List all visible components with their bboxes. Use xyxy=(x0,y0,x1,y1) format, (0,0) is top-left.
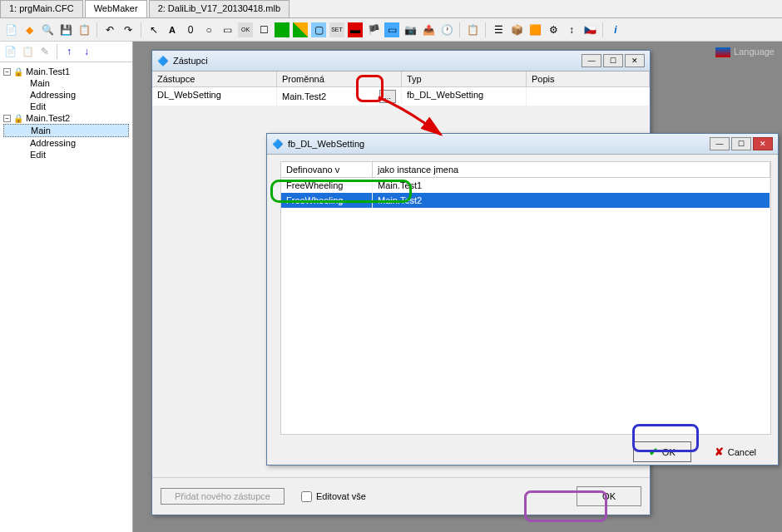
grid-header: Zástupce Proměnná Typ Popis xyxy=(152,71,650,87)
separator xyxy=(57,44,57,59)
gear-icon[interactable]: ⚙ xyxy=(546,22,561,37)
edit-all-checkbox-wrap[interactable]: Editovat vše xyxy=(301,491,366,502)
maximize-button[interactable]: ☐ xyxy=(603,54,623,67)
add-new-button[interactable]: Přidat nového zástupce xyxy=(161,488,285,505)
ok-button[interactable]: OK xyxy=(577,486,641,506)
tree-node-test2[interactable]: − 🔒 Main.Test2 xyxy=(3,112,129,124)
redo-icon[interactable]: ↷ xyxy=(121,22,136,37)
box3d2-icon[interactable]: 🟧 xyxy=(527,22,542,37)
xml2-icon[interactable]: ◆ xyxy=(22,22,37,37)
green-box-icon[interactable] xyxy=(275,22,290,37)
box3d-icon[interactable]: 📦 xyxy=(509,22,524,37)
save-icon[interactable]: 💾 xyxy=(58,22,73,37)
doc-icon[interactable]: 📋 xyxy=(77,22,92,37)
tree-node-main[interactable]: Main xyxy=(3,77,129,89)
col-promenna[interactable]: Proměnná xyxy=(277,71,402,86)
rect-icon[interactable]: ▭ xyxy=(220,22,235,37)
window-icon: 🔷 xyxy=(157,56,169,66)
flag-uk-icon[interactable] xyxy=(715,47,731,58)
layers-icon[interactable]: ☰ xyxy=(491,22,506,37)
down-arrow-icon[interactable]: ↓ xyxy=(79,44,94,59)
window-icon: 🔷 xyxy=(272,139,284,150)
ok-box-icon[interactable]: OK xyxy=(238,22,253,37)
separator xyxy=(97,22,97,37)
title-bar[interactable]: 🔷 fb_DL_WebSetting — ☐ ✕ xyxy=(267,134,778,155)
cell: FreeWheeling xyxy=(281,178,373,193)
bottom-bar: Přidat nového zástupce Editovat vše OK xyxy=(152,477,650,515)
cell-promenna: Main.Test2 ... xyxy=(277,87,402,106)
edit-all-checkbox[interactable] xyxy=(301,491,312,502)
title-bar[interactable]: 🔷 Zástupci — ☐ ✕ xyxy=(152,51,650,71)
col-popis[interactable]: Popis xyxy=(527,71,650,86)
col-definovano[interactable]: Definovano v xyxy=(281,162,373,177)
tree-node-addressing2[interactable]: Addressing xyxy=(3,137,129,149)
text-A-icon[interactable]: A xyxy=(165,22,180,37)
sort-icon[interactable]: ↕ xyxy=(564,22,579,37)
xml-icon[interactable]: 📄 xyxy=(3,22,18,37)
red-box-icon[interactable]: ▬ xyxy=(348,22,363,37)
language-text: Language xyxy=(734,47,775,57)
side-toolbar: 📄 📋 ✎ ↑ ↓ xyxy=(0,42,132,62)
edit-icon[interactable]: ✎ xyxy=(37,44,52,59)
tree-label: Edit xyxy=(30,150,46,160)
up-arrow-icon[interactable]: ↑ xyxy=(62,44,77,59)
close-button[interactable]: ✕ xyxy=(753,137,773,150)
clock-icon[interactable]: 🕐 xyxy=(439,22,454,37)
grid-row-selected[interactable]: FreeWheeling Main.Test2 xyxy=(281,193,770,208)
tree-node-addressing[interactable]: Addressing xyxy=(3,89,129,101)
grid-row[interactable]: DL_WebSetting Main.Test2 ... fb_DL_WebSe… xyxy=(152,87,650,106)
tree-label: Main xyxy=(30,78,50,88)
set-icon[interactable]: SET xyxy=(329,22,344,37)
zero-icon[interactable]: 0 xyxy=(183,22,198,37)
flag-icon[interactable]: 🏴 xyxy=(366,22,381,37)
tree-label: Addressing xyxy=(30,138,76,148)
minimize-button[interactable]: — xyxy=(710,137,730,150)
tree-label: Main.Test2 xyxy=(26,113,70,123)
info-icon[interactable]: i xyxy=(608,22,623,37)
image-icon[interactable]: ▢ xyxy=(311,22,326,37)
grid-body[interactable]: FreeWheeling Main.Test1 FreeWheeling Mai… xyxy=(280,177,771,435)
lock-icon: 🔒 xyxy=(13,67,23,76)
checkbox-icon[interactable]: ☐ xyxy=(256,22,271,37)
tree-node-edit2[interactable]: Edit xyxy=(3,149,129,160)
search-icon[interactable]: 🔍 xyxy=(40,22,55,37)
ok-button[interactable]: ✔ OK xyxy=(633,441,691,462)
main-toolbar: 📄 ◆ 🔍 💾 📋 ↶ ↷ ↖ A 0 ○ ▭ OK ☐ ▢ SET ▬ 🏴 ▭… xyxy=(0,18,782,42)
close-button[interactable]: ✕ xyxy=(625,54,645,67)
grid-row[interactable]: FreeWheeling Main.Test1 xyxy=(281,178,770,193)
tab-prgmain[interactable]: 1: prgMain.CFC xyxy=(0,0,83,17)
minimize-button[interactable]: — xyxy=(582,54,601,67)
undo-icon[interactable]: ↶ xyxy=(102,22,117,37)
cell-text: Main.Test2 xyxy=(282,91,326,101)
diag-icon[interactable] xyxy=(293,22,308,37)
tree-node-test1[interactable]: − 🔒 Main.Test1 xyxy=(3,66,129,77)
col-zastupce[interactable]: Zástupce xyxy=(152,71,277,86)
col-instance[interactable]: jako instance jmena xyxy=(373,162,770,177)
col-typ[interactable]: Typ xyxy=(402,71,527,86)
maximize-button[interactable]: ☐ xyxy=(731,137,751,150)
tree-label: Main xyxy=(31,126,51,135)
collapse-icon[interactable]: − xyxy=(3,68,11,76)
copy-icon[interactable]: 📋 xyxy=(465,22,480,37)
camera-icon[interactable]: 📷 xyxy=(403,22,418,37)
tree-node-main-selected[interactable]: Main xyxy=(3,124,129,137)
circle-icon[interactable]: ○ xyxy=(201,22,216,37)
tree-node-edit[interactable]: Edit xyxy=(3,101,129,112)
fb-websetting-window: 🔷 fb_DL_WebSetting — ☐ ✕ Definovano v ja… xyxy=(266,133,779,466)
tree-label: Addressing xyxy=(30,90,76,100)
separator xyxy=(485,22,486,37)
collapse-icon[interactable]: − xyxy=(3,115,11,122)
copy2-icon[interactable]: 📋 xyxy=(20,44,35,59)
check-icon: ✔ xyxy=(649,446,658,458)
window-icon[interactable]: ▭ xyxy=(384,22,399,37)
new-doc-icon[interactable]: 📄 xyxy=(2,44,17,59)
upload-icon[interactable]: 📤 xyxy=(421,22,436,37)
tab-dalilib[interactable]: 2: DaliLib_V17_20130418.mlb xyxy=(149,0,290,17)
tab-webmaker[interactable]: WebMaker xyxy=(85,0,147,17)
tree-label: Edit xyxy=(30,101,46,111)
flag2-icon[interactable]: 🇨🇿 xyxy=(582,22,597,37)
grid-header: Definovano v jako instance jmena xyxy=(280,161,771,177)
cursor-icon[interactable]: ↖ xyxy=(146,22,161,37)
browse-button[interactable]: ... xyxy=(379,90,396,103)
cancel-button[interactable]: ✘ Cancel xyxy=(700,442,771,461)
